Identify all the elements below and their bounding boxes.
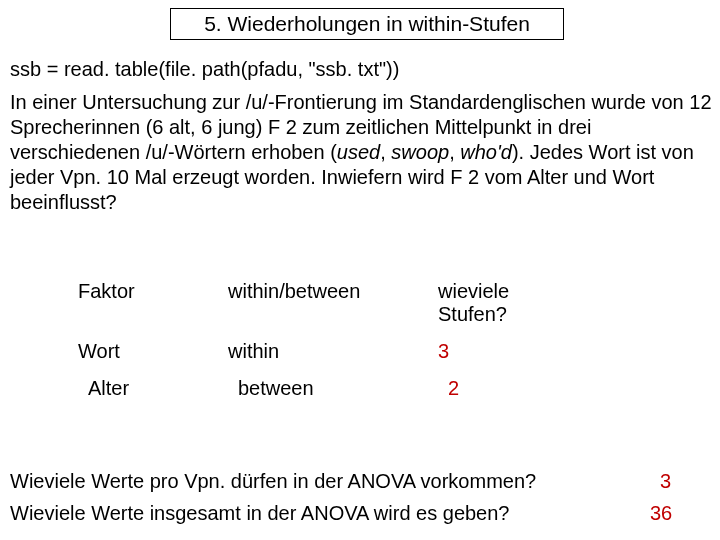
cell-wort: Wort bbox=[78, 340, 228, 363]
comma-1: , bbox=[380, 141, 391, 163]
header-faktor: Faktor bbox=[78, 280, 228, 303]
slide-title: 5. Wiederholungen in within-Stufen bbox=[170, 8, 564, 40]
table-row: Alter between 2 bbox=[78, 377, 578, 400]
question-1: Wieviele Werte pro Vpn. dürfen in der AN… bbox=[10, 470, 536, 493]
cell-alter-stufen: 2 bbox=[448, 377, 548, 400]
header-stufen-line1: wieviele bbox=[438, 280, 509, 302]
cell-alter-between: between bbox=[238, 377, 448, 400]
header-stufen: wieviele Stufen? bbox=[438, 280, 538, 326]
answer-2: 36 bbox=[650, 502, 672, 525]
question-2: Wieviele Werte insgesamt in der ANOVA wi… bbox=[10, 502, 510, 525]
cell-wort-stufen: 3 bbox=[438, 340, 538, 363]
header-stufen-line2: Stufen? bbox=[438, 303, 507, 325]
table-row: Wort within 3 bbox=[78, 340, 578, 363]
table-header-row: Faktor within/between wieviele Stufen? bbox=[78, 280, 578, 326]
description-paragraph: In einer Untersuchung zur /u/-Frontierun… bbox=[10, 90, 720, 215]
word-swoop: swoop bbox=[391, 141, 449, 163]
header-within-between: within/between bbox=[228, 280, 438, 303]
answer-1: 3 bbox=[660, 470, 671, 493]
word-used: used bbox=[337, 141, 380, 163]
cell-alter: Alter bbox=[78, 377, 238, 400]
comma-2: , bbox=[449, 141, 460, 163]
factor-table: Faktor within/between wieviele Stufen? W… bbox=[78, 280, 578, 414]
code-line: ssb = read. table(file. path(pfadu, "ssb… bbox=[10, 58, 399, 81]
word-whod: who'd bbox=[460, 141, 512, 163]
cell-wort-within: within bbox=[228, 340, 438, 363]
